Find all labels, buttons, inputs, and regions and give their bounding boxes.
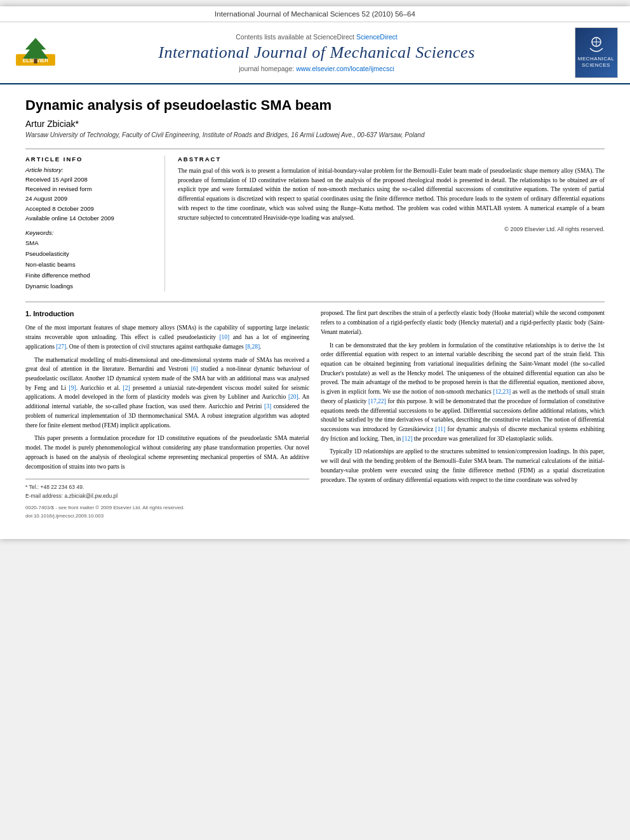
keywords-list: SMA Pseudoelasticity Non-elastic beams F…	[25, 237, 156, 291]
cite-12[interactable]: [12]	[403, 436, 413, 442]
elsevier-logo-svg: ELSEVIER	[13, 37, 58, 69]
date-online: Available online 14 October 2009	[25, 213, 156, 223]
journal-citation: International Journal of Mechanical Scie…	[0, 6, 630, 22]
footnote-email: E-mail address: a.zbiciak@il.pw.edu.pl	[25, 492, 309, 501]
article-info: ARTICLE INFO Article history: Received 1…	[25, 156, 165, 291]
cite-27[interactable]: [27]	[56, 343, 66, 350]
date-revised-label: Received in revised form	[25, 184, 156, 194]
body-columns: 1. Introduction One of the most importan…	[25, 309, 605, 520]
cite-2[interactable]: [2]	[123, 385, 130, 391]
cite-12-23[interactable]: [12,23]	[493, 389, 511, 395]
cite-10[interactable]: [10]	[219, 334, 229, 340]
svg-rect-3	[34, 59, 37, 63]
col2-para-2: It can be demonstrated that the key prob…	[321, 341, 605, 444]
mech-sci-badge: MECHANICALSCIENCES	[575, 27, 618, 78]
keywords-label: Keywords:	[25, 229, 156, 236]
date-revised: 24 August 2009	[25, 194, 156, 203]
homepage-link[interactable]: www.elsevier.com/locate/ijmecsci	[296, 65, 394, 72]
intro-para-2: The mathematical modelling of multi-dime…	[25, 356, 309, 430]
abstract-section: ABSTRACT The main goal of this work is t…	[178, 156, 605, 291]
author-name: Artur Zbiciak*	[25, 119, 605, 129]
elsevier-logo-left: ELSEVIER	[10, 27, 61, 78]
article-history-label: Article history:	[25, 166, 156, 173]
keyword-3: Non-elastic beams	[25, 259, 156, 270]
intro-para-1: One of the most important features of sh…	[25, 323, 309, 351]
journal-homepage: journal homepage: www.elsevier.com/locat…	[67, 65, 566, 72]
footnote-area: * Tel.: +48 22 234 63 49. E-mail address…	[25, 479, 309, 500]
cite-8-28[interactable]: [8,28]	[245, 343, 260, 350]
article-content: Dynamic analysis of pseudoelastic SMA be…	[0, 84, 630, 539]
cite-11[interactable]: [11]	[436, 426, 445, 432]
affiliation: Warsaw University of Technology, Faculty…	[25, 131, 605, 138]
copyright: © 2009 Elsevier Ltd. All rights reserved…	[178, 226, 605, 232]
keyword-1: SMA	[25, 237, 156, 248]
body-column-1: 1. Introduction One of the most importan…	[25, 309, 309, 520]
sciencedirect-link: Contents lists available at ScienceDirec…	[67, 33, 566, 41]
article-title: Dynamic analysis of pseudoelastic SMA be…	[25, 97, 605, 114]
col2-para-3: Typically 1D relationships are applied t…	[321, 447, 605, 484]
divider-bottom	[25, 302, 605, 302]
badge-text: MECHANICALSCIENCES	[578, 56, 614, 69]
divider-top	[25, 149, 605, 149]
sciencedirect-hyperlink[interactable]: ScienceDirect	[356, 33, 398, 41]
cite-3[interactable]: [3]	[264, 403, 271, 410]
article-info-title: ARTICLE INFO	[25, 156, 156, 163]
footnote-tel: * Tel.: +48 22 234 63 49.	[25, 483, 309, 492]
cite-9[interactable]: [9]	[69, 385, 76, 391]
keyword-2: Pseudoelasticity	[25, 248, 156, 259]
body-column-2: proposed. The first part describes the s…	[321, 309, 605, 520]
keyword-5: Dynamic loadings	[25, 281, 156, 291]
svg-marker-2	[23, 38, 48, 59]
date-received: Received 15 April 2008	[25, 175, 156, 184]
journal-logo-right: MECHANICALSCIENCES	[572, 27, 620, 78]
cite-17-22[interactable]: [17,22]	[368, 398, 386, 404]
journal-header: ELSEVIER Contents lists available at Sci…	[0, 22, 630, 84]
abstract-title: ABSTRACT	[178, 156, 605, 163]
cite-6[interactable]: [6]	[191, 366, 198, 372]
col2-para-1: proposed. The first part describes the s…	[321, 309, 605, 337]
badge-icon	[584, 37, 609, 56]
keyword-4: Finite difference method	[25, 270, 156, 281]
cite-20[interactable]: [20]	[288, 394, 298, 400]
issn-line: 0020-7403/$ - see front matter © 2009 El…	[25, 504, 309, 520]
section-1-heading: 1. Introduction	[25, 309, 309, 319]
abstract-text: The main goal of this work is to present…	[178, 166, 605, 222]
journal-title: International Journal of Mechanical Scie…	[67, 43, 566, 62]
journal-center: Contents lists available at ScienceDirec…	[67, 27, 566, 78]
info-abstract-section: ARTICLE INFO Article history: Received 1…	[25, 156, 605, 291]
date-accepted: Accepted 8 October 2009	[25, 204, 156, 213]
article-dates: Received 15 April 2008 Received in revis…	[25, 175, 156, 223]
intro-para-3: This paper presents a formulation proced…	[25, 434, 309, 471]
